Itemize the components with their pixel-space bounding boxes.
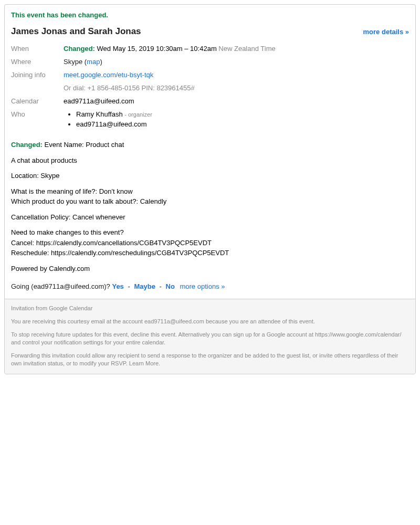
desc-line: Need to make changes to this event?: [11, 228, 409, 237]
label-where: Where: [11, 55, 64, 68]
row-joining: Joining info meet.google.com/etu-bsyt-tq…: [11, 68, 409, 94]
value-who: Ramy Khuffash - organizer ead9711a@uifee…: [64, 108, 409, 133]
footer-line: You are receiving this courtesy email at…: [11, 318, 409, 326]
main-content: This event has been changed. James Jonas…: [5, 5, 415, 299]
desc-line: Which product do you want to talk about?…: [11, 197, 409, 206]
footer-line: Invitation from Google Calendar: [11, 304, 409, 312]
details-table: When Changed: Wed May 15, 2019 10:30am –…: [11, 42, 409, 133]
when-changed-label: Changed:: [64, 45, 95, 52]
who-list: Ramy Khuffash - organizer ead9711a@uifee…: [64, 110, 409, 128]
attendee-name: Ramy Khuffash: [76, 110, 123, 118]
event-description: Changed: Event Name: Product chat A chat…: [11, 140, 409, 273]
map-link[interactable]: map: [87, 58, 100, 66]
value-when: Changed: Wed May 15, 2019 10:30am – 10:4…: [64, 42, 409, 55]
more-details-link[interactable]: more details »: [363, 28, 409, 36]
desc-line: What is the meaning of life?: Don't know: [11, 187, 409, 196]
rsvp-sep: -: [128, 282, 130, 290]
rsvp-sep: -: [160, 282, 162, 290]
rsvp-yes[interactable]: Yes: [112, 282, 123, 290]
footer: Invitation from Google Calendar You are …: [5, 299, 415, 373]
label-who: Who: [11, 108, 64, 133]
title-row: James Jonas and Sarah Jonas more details…: [11, 26, 409, 37]
rsvp-no[interactable]: No: [166, 282, 175, 290]
changed-banner: This event has been changed.: [11, 11, 409, 19]
event-title: James Jonas and Sarah Jonas: [11, 26, 141, 37]
attendee-email: ead9711a@uifeed.com: [76, 120, 147, 128]
desc-line: Reschedule: https://calendly.com/resched…: [11, 248, 409, 258]
where-suffix: ): [100, 58, 102, 66]
desc-line: Cancellation Policy: Cancel whenever: [11, 213, 409, 222]
when-tz: New Zealand Time: [218, 45, 275, 52]
row-calendar: Calendar ead9711a@uifeed.com: [11, 94, 409, 108]
going-row: Going (ead9711a@uifeed.com)? Yes - Maybe…: [11, 282, 409, 295]
event-card: This event has been changed. James Jonas…: [4, 4, 416, 374]
value-where: Skype (map): [64, 55, 409, 68]
row-where: Where Skype (map): [11, 55, 409, 68]
value-joining: meet.google.com/etu-bsyt-tqk Or dial: +1…: [64, 68, 409, 94]
organizer-tag: - organizer: [124, 111, 152, 118]
footer-line: To stop receiving future updates for thi…: [11, 331, 409, 346]
label-joining: Joining info: [11, 68, 64, 94]
label-calendar: Calendar: [11, 94, 64, 108]
meet-link[interactable]: meet.google.com/etu-bsyt-tqk: [64, 71, 153, 79]
attendee-item: ead9711a@uifeed.com: [76, 120, 409, 128]
desc-changed-label: Changed:: [11, 141, 43, 149]
attendee-item: Ramy Khuffash - organizer: [76, 110, 409, 118]
row-when: When Changed: Wed May 15, 2019 10:30am –…: [11, 42, 409, 55]
footer-line: Forwarding this invitation could allow a…: [11, 352, 409, 368]
desc-line: Location: Skype: [11, 171, 409, 181]
desc-event-name: Event Name: Product chat: [45, 141, 124, 149]
rsvp-maybe[interactable]: Maybe: [134, 282, 155, 290]
going-text: Going (ead9711a@uifeed.com)?: [11, 282, 112, 290]
desc-line: Powered by Calendly.com: [11, 264, 409, 274]
when-datetime: Wed May 15, 2019 10:30am – 10:42am: [97, 45, 217, 52]
label-when: When: [11, 42, 64, 55]
where-prefix: Skype (: [64, 58, 87, 66]
value-calendar: ead9711a@uifeed.com: [64, 94, 409, 108]
desc-line: Changed: Event Name: Product chat: [11, 140, 409, 150]
desc-line: A chat about products: [11, 156, 409, 165]
more-options-link[interactable]: more options »: [180, 282, 225, 290]
row-who: Who Ramy Khuffash - organizer ead9711a@u…: [11, 108, 409, 133]
desc-line: Cancel: https://calendly.com/cancellatio…: [11, 238, 409, 248]
dial-info: Or dial: +1 856-485-0156 PIN: 823961455#: [64, 84, 409, 92]
